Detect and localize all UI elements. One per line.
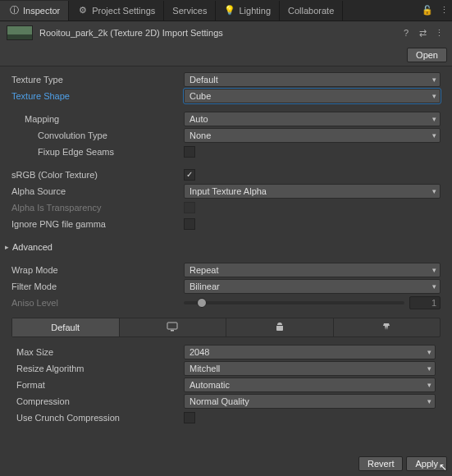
gear-icon: ⚙ [77, 5, 89, 16]
asset-header: Rooitou_park_2k (Texture 2D) Import Sett… [0, 21, 452, 44]
dropdown-filter-mode[interactable]: Bilinear [184, 279, 441, 294]
editor-tabbar: ⓘ Inspector ⚙ Project Settings Services … [0, 0, 452, 21]
dropdown-convolution-type[interactable]: None [184, 128, 441, 143]
label-compression: Compression [16, 396, 184, 406]
checkbox-srgb[interactable] [184, 169, 195, 181]
checkbox-fixup-edge-seams[interactable] [184, 146, 195, 158]
tab-label: Lighting [239, 6, 271, 16]
svg-rect-1 [171, 330, 174, 332]
tab-label: Collaborate [288, 6, 334, 16]
info-icon: ⓘ [8, 4, 20, 16]
dropdown-format[interactable]: Automatic [184, 378, 436, 392]
webgl-icon [381, 322, 392, 333]
preset-icon[interactable]: ⇄ [416, 26, 429, 39]
platform-tab-standalone[interactable] [120, 318, 227, 336]
slider-aniso-level[interactable] [184, 301, 404, 304]
label-ignore-png-gamma: Ignore PNG file gamma [11, 219, 184, 229]
tab-services[interactable]: Services [164, 1, 216, 21]
tab-project-settings[interactable]: ⚙ Project Settings [69, 1, 164, 21]
platform-tabs: Default [11, 318, 441, 337]
foldout-advanced[interactable]: Advanced [0, 239, 452, 255]
menu-icon[interactable]: ⋮ [432, 26, 445, 39]
dropdown-texture-type[interactable]: Default [184, 72, 441, 87]
tab-lighting[interactable]: 💡 Lighting [216, 1, 280, 21]
label-texture-type: Texture Type [11, 75, 184, 85]
bulb-icon: 💡 [224, 5, 235, 16]
dropdown-compression[interactable]: Normal Quality [184, 394, 436, 409]
label-srgb: sRGB (Color Texture) [11, 170, 184, 180]
texture-properties: Texture Type Default Texture Shape Cube … [0, 66, 452, 428]
label-use-crunch: Use Crunch Compression [16, 413, 184, 423]
foldout-label: Advanced [12, 242, 53, 252]
aniso-level-value[interactable]: 1 [409, 296, 441, 309]
tab-label: Project Settings [92, 6, 155, 16]
label-mapping: Mapping [11, 114, 184, 124]
label-texture-shape: Texture Shape [11, 91, 184, 101]
apply-button[interactable]: Apply [406, 456, 447, 471]
label-format: Format [16, 380, 184, 390]
open-button[interactable]: Open [407, 48, 447, 62]
label-wrap-mode: Wrap Mode [11, 265, 184, 275]
label-max-size: Max Size [16, 347, 184, 357]
dropdown-resize-algorithm[interactable]: Mitchell [184, 361, 436, 376]
footer-buttons: Revert Apply [358, 456, 447, 471]
platform-tab-default[interactable]: Default [12, 318, 120, 336]
android-icon [274, 322, 285, 333]
label-fixup-edge-seams: Fixup Edge Seams [11, 147, 184, 157]
label-alpha-transparency: Alpha Is Transparency [11, 203, 184, 213]
dropdown-alpha-source[interactable]: Input Texture Alpha [184, 184, 441, 199]
svg-rect-0 [167, 323, 177, 329]
dropdown-mapping[interactable]: Auto [184, 112, 441, 126]
tab-inspector[interactable]: ⓘ Inspector [0, 1, 69, 21]
tab-label: Inspector [23, 6, 60, 16]
label-convolution-type: Convolution Type [11, 130, 184, 140]
label-filter-mode: Filter Mode [11, 281, 184, 291]
checkbox-alpha-transparency [184, 202, 195, 213]
dropdown-wrap-mode[interactable]: Repeat [184, 263, 441, 277]
label-alpha-source: Alpha Source [11, 186, 184, 196]
help-icon[interactable]: ? [399, 26, 413, 39]
label-aniso-level: Aniso Level [11, 298, 184, 308]
kebab-icon[interactable]: ⋮ [436, 5, 452, 16]
checkbox-ignore-png-gamma[interactable] [184, 218, 195, 230]
slider-thumb[interactable] [197, 298, 207, 308]
asset-thumbnail [7, 25, 33, 40]
dropdown-max-size[interactable]: 2048 [184, 345, 436, 359]
asset-title: Rooitou_park_2k (Texture 2D) Import Sett… [39, 28, 396, 38]
platform-tab-webgl[interactable] [334, 318, 441, 336]
checkbox-use-crunch[interactable] [184, 412, 195, 423]
tab-label: Services [172, 6, 207, 16]
dropdown-texture-shape[interactable]: Cube [184, 89, 441, 103]
tab-collaborate[interactable]: Collaborate [280, 1, 343, 21]
lock-icon[interactable]: 🔓 [419, 5, 436, 16]
monitor-icon [167, 322, 178, 333]
revert-button[interactable]: Revert [358, 456, 403, 471]
label-resize-algorithm: Resize Algorithm [16, 364, 184, 373]
platform-tab-android[interactable] [226, 318, 334, 336]
